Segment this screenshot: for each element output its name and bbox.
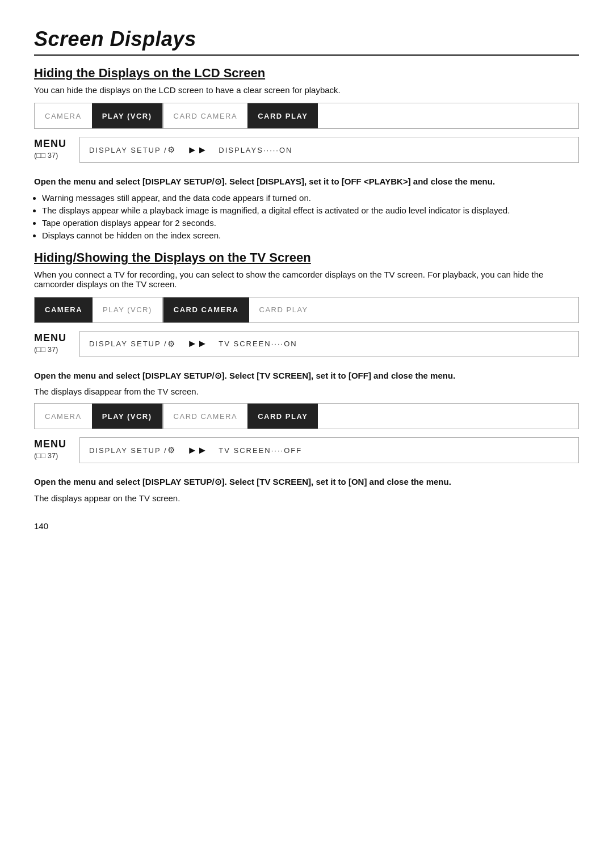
menu-steps-1: DISPLAY SETUP / ⚙ ►► DISPLAYS·····ON [79,137,579,163]
menu-row-2a: MENU (□□ 37) DISPLAY SETUP / ⚙ ►► TV SCR… [34,331,579,357]
section2-desc: When you connect a TV for recording, you… [34,270,579,289]
bullet-1-3: Displays cannot be hidden on the index s… [42,230,579,240]
gear-icon-1: ⚙ [167,145,176,155]
menu-label-1: MENU (□□ 37) [34,137,79,163]
section2-bold-para2: Open the menu and select [DISPLAY SETUP/… [34,476,579,489]
menu-row-2b: MENU (□□ 37) DISPLAY SETUP / ⚙ ►► TV SCR… [34,437,579,463]
page-title: Screen Displays [34,27,579,51]
menu-row-1: MENU (□□ 37) DISPLAY SETUP / ⚙ ►► DISPLA… [34,137,579,163]
mode-bar-2b: CAMERA PLAY (VCR) CARD CAMERA CARD PLAY [34,403,579,429]
mode-card-camera-2a: CARD CAMERA [163,297,249,322]
bullet-1-0: Warning messages still appear, and the d… [42,193,579,203]
menu-step2-2a: TV SCREEN····ON [209,332,306,357]
menu-step1-1: DISPLAY SETUP / ⚙ [80,137,185,162]
section2-title: Hiding/Showing the Displays on the TV Sc… [34,250,579,265]
menu-ref-2a: (□□ 37) [34,345,58,354]
section2-normal-para: The displays disappear from the TV scree… [34,387,579,396]
section2-bold-para: Open the menu and select [DISPLAY SETUP/… [34,370,579,383]
mode-card-camera-1: CARD CAMERA [163,103,248,128]
mode-card-play-2a: CARD PLAY [249,297,318,322]
mode-camera-1: CAMERA [35,103,92,128]
mode-bar-1: CAMERA PLAY (VCR) CARD CAMERA CARD PLAY [34,103,579,129]
section1-title: Hiding the Displays on the LCD Screen [34,66,579,81]
mode-card-camera-2b: CARD CAMERA [163,404,248,429]
section1-desc: You can hide the displays on the LCD scr… [34,85,579,95]
menu-word-2a: MENU [34,332,66,344]
gear-icon-2a: ⚙ [167,339,176,349]
menu-word-2b: MENU [34,438,66,450]
gear-icon-2b: ⚙ [167,445,176,455]
section1-bullets: Warning messages still appear, and the d… [34,193,579,240]
mode-camera-2a: CAMERA [35,297,93,322]
mode-play-vcr-1: PLAY (VCR) [92,103,162,128]
menu-ref-1: (□□ 37) [34,151,58,160]
menu-arrow-2a: ►► [185,338,210,350]
menu-step2-1: DISPLAYS·····ON [209,137,301,162]
menu-label-2b: MENU (□□ 37) [34,437,79,463]
menu-arrow-2b: ►► [185,445,210,456]
mode-card-play-1: CARD PLAY [247,103,318,128]
menu-word-1: MENU [34,138,66,150]
menu-step2-2b: TV SCREEN····OFF [209,438,311,463]
bullet-1-2: Tape operation displays appear for 2 sec… [42,218,579,228]
section1-bold-para: Open the menu and select [DISPLAY SETUP/… [34,175,579,188]
menu-steps-2b: DISPLAY SETUP / ⚙ ►► TV SCREEN····OFF [79,437,579,463]
menu-arrow-1: ►► [185,144,210,156]
bullet-1-1: The displays appear while a playback ima… [42,206,579,215]
mode-card-play-2b: CARD PLAY [247,404,318,429]
mode-bar-2a: CAMERA PLAY (VCR) CARD CAMERA CARD PLAY [34,297,579,323]
menu-steps-2a: DISPLAY SETUP / ⚙ ►► TV SCREEN····ON [79,331,579,357]
menu-step1-2b: DISPLAY SETUP / ⚙ [80,438,185,463]
section2-normal-para2: The displays appear on the TV screen. [34,493,579,503]
mode-play-vcr-2a: PLAY (VCR) [93,297,162,322]
page-number: 140 [34,521,579,531]
menu-label-2a: MENU (□□ 37) [34,331,79,357]
mode-play-vcr-2b: PLAY (VCR) [92,404,162,429]
menu-ref-2b: (□□ 37) [34,451,58,460]
main-divider [34,54,579,56]
mode-camera-2b: CAMERA [35,404,92,429]
menu-step1-2a: DISPLAY SETUP / ⚙ [80,332,185,357]
